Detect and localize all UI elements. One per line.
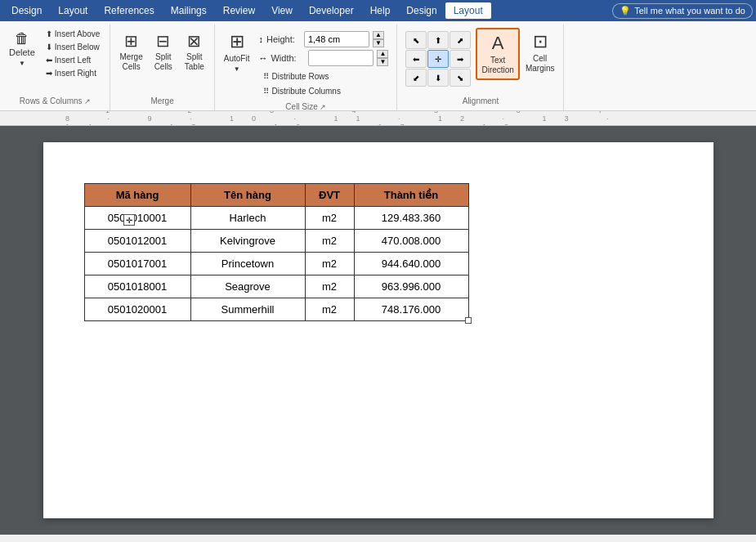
autofit-arrow: ▼ bbox=[234, 65, 240, 74]
align-top-right[interactable]: ⬈ bbox=[450, 31, 471, 49]
insert-right-button[interactable]: ➡ Insert Right bbox=[41, 67, 105, 79]
cell-size-expand[interactable]: ↗ bbox=[320, 103, 326, 111]
text-direction-button[interactable]: A TextDirection bbox=[476, 28, 519, 80]
menu-view[interactable]: View bbox=[263, 2, 301, 19]
table-cell[interactable]: 0501018001 bbox=[84, 275, 190, 298]
height-input[interactable] bbox=[304, 31, 369, 47]
align-bot-right[interactable]: ⬊ bbox=[450, 69, 471, 87]
align-bot-left[interactable]: ⬋ bbox=[405, 69, 427, 87]
autofit-button[interactable]: ⊞ AutoFit ▼ bbox=[220, 28, 254, 77]
table-cell[interactable]: Kelvingrove bbox=[190, 230, 305, 253]
width-row: ↔ Width: ▲ ▼ bbox=[258, 50, 388, 66]
table-cell[interactable]: m2 bbox=[305, 275, 354, 298]
ribbon-group-alignment: ⬉ ⬆ ⬈ ⬅ ✛ ➡ ⬋ ⬇ ⬊ A TextDirection ⊡ Cell… bbox=[397, 25, 564, 110]
menu-help[interactable]: Help bbox=[362, 2, 399, 19]
page: ✛ Mã hàng Tên hàng ĐVT Thành tiền 050101… bbox=[43, 142, 714, 518]
align-mid-right[interactable]: ➡ bbox=[450, 50, 471, 68]
table-container: ✛ Mã hàng Tên hàng ĐVT Thành tiền 050101… bbox=[84, 175, 469, 321]
menu-mailings[interactable]: Mailings bbox=[163, 2, 215, 19]
split-table-button[interactable]: ⊠ SplitTable bbox=[180, 28, 209, 75]
cell-margins-button[interactable]: ⊡ CellMargins bbox=[521, 28, 559, 77]
menu-design2[interactable]: Design bbox=[398, 2, 445, 19]
table-cell[interactable]: 129.483.360 bbox=[354, 207, 468, 230]
menu-layout-table[interactable]: Layout bbox=[50, 2, 96, 19]
rows-columns-expand[interactable]: ↗ bbox=[84, 97, 91, 105]
distribute-cols-icon: ⠿ bbox=[263, 87, 269, 96]
table-cell[interactable]: 944.640.000 bbox=[354, 253, 468, 275]
merge-label: Merge bbox=[115, 95, 208, 107]
insert-below-label: Insert Below bbox=[55, 43, 100, 52]
insert-right-label: Insert Right bbox=[55, 69, 96, 78]
table-cell[interactable]: 0501020001 bbox=[84, 298, 190, 321]
table-move-handle[interactable]: ✛ bbox=[123, 214, 135, 226]
merge-cells-icon: ⊞ bbox=[124, 31, 138, 51]
merge-cells-button[interactable]: ⊞ MergeCells bbox=[115, 28, 146, 75]
cell-margins-icon: ⊡ bbox=[533, 31, 548, 52]
table-cell[interactable]: Summerhill bbox=[190, 298, 305, 321]
width-label: Width: bbox=[271, 53, 305, 63]
insert-below-icon: ⬇ bbox=[46, 43, 52, 52]
width-spinner: ▲ ▼ bbox=[377, 50, 388, 66]
data-table: Mã hàng Tên hàng ĐVT Thành tiền 05010100… bbox=[84, 183, 469, 321]
tell-me-search[interactable]: 💡 Tell me what you want to do bbox=[612, 3, 753, 19]
align-top-center[interactable]: ⬆ bbox=[427, 31, 449, 49]
insert-left-icon: ⬅ bbox=[46, 56, 52, 65]
split-cells-button[interactable]: ⊟ SplitCells bbox=[149, 28, 178, 75]
document-area: ✛ Mã hàng Tên hàng ĐVT Thành tiền 050101… bbox=[0, 126, 756, 535]
table-cell[interactable]: Princetown bbox=[190, 253, 305, 275]
autofit-icon: ⊞ bbox=[230, 31, 244, 52]
align-top-left[interactable]: ⬉ bbox=[405, 31, 427, 49]
insert-left-label: Insert Left bbox=[55, 56, 91, 65]
ribbon: 🗑 Delete ▼ ⬆ Insert Above ⬇ Insert Below… bbox=[0, 21, 756, 111]
height-icon: ↕ bbox=[258, 34, 263, 44]
cell-size-label: Cell Size ↗ bbox=[220, 101, 392, 113]
ruler-marks: · 1 · 2 · 3 · 4 · 5 · 6 · 7 · 8 · 9 · 10… bbox=[65, 111, 691, 126]
table-resize-handle[interactable] bbox=[465, 317, 472, 324]
align-mid-left[interactable]: ⬅ bbox=[405, 50, 427, 68]
table-cell[interactable]: m2 bbox=[305, 207, 354, 230]
table-cell[interactable]: 0501017001 bbox=[84, 253, 190, 275]
table-cell[interactable]: 963.996.000 bbox=[354, 275, 468, 298]
header-ma-hang: Mã hàng bbox=[84, 184, 190, 207]
distribute-cols-button[interactable]: ⠿ Distribute Columns bbox=[258, 85, 388, 97]
header-thanh-tien: Thành tiền bbox=[354, 184, 468, 207]
table-cell[interactable]: m2 bbox=[305, 298, 354, 321]
distribute-cols-label: Distribute Columns bbox=[271, 87, 340, 96]
rows-columns-label: Rows & Columns ↗ bbox=[5, 95, 105, 107]
insert-btns-col: ⬆ Insert Above ⬇ Insert Below ⬅ Insert L… bbox=[41, 28, 105, 79]
table-cell[interactable]: Harlech bbox=[190, 207, 305, 230]
header-dvt: ĐVT bbox=[305, 184, 354, 207]
menu-layout[interactable]: Layout bbox=[445, 2, 491, 19]
insert-left-button[interactable]: ⬅ Insert Left bbox=[41, 54, 105, 66]
width-up[interactable]: ▲ bbox=[377, 50, 388, 58]
tell-me-text: Tell me what you want to do bbox=[634, 6, 745, 16]
table-cell[interactable]: Seagrove bbox=[190, 275, 305, 298]
insert-right-icon: ➡ bbox=[46, 69, 52, 78]
table-cell[interactable]: m2 bbox=[305, 230, 354, 253]
table-cell[interactable]: 748.176.000 bbox=[354, 298, 468, 321]
height-down[interactable]: ▼ bbox=[373, 39, 384, 47]
align-mid-center[interactable]: ✛ bbox=[427, 50, 449, 68]
alignment-label: Alignment bbox=[402, 95, 558, 107]
align-bot-center[interactable]: ⬇ bbox=[427, 69, 449, 87]
table-cell[interactable]: m2 bbox=[305, 253, 354, 275]
table-cell[interactable]: 0501010001 bbox=[84, 207, 190, 230]
height-up[interactable]: ▲ bbox=[373, 31, 384, 39]
table-cell[interactable]: 0501012001 bbox=[84, 230, 190, 253]
table-row: 0501018001Seagrovem2963.996.000 bbox=[84, 275, 468, 298]
menu-developer[interactable]: Developer bbox=[301, 2, 362, 19]
table-cell[interactable]: 470.008.000 bbox=[354, 230, 468, 253]
header-ten-hang: Tên hàng bbox=[190, 184, 305, 207]
rows-columns-content: 🗑 Delete ▼ ⬆ Insert Above ⬇ Insert Below… bbox=[5, 28, 105, 95]
insert-below-button[interactable]: ⬇ Insert Below bbox=[41, 41, 105, 53]
menu-design[interactable]: Design bbox=[3, 2, 50, 19]
menu-references[interactable]: References bbox=[96, 2, 162, 19]
delete-icon: 🗑 bbox=[15, 31, 29, 46]
height-label: Height: bbox=[266, 34, 301, 44]
width-input[interactable] bbox=[308, 50, 374, 66]
distribute-rows-button[interactable]: ⠿ Distribute Rows bbox=[258, 70, 388, 83]
width-down[interactable]: ▼ bbox=[377, 58, 388, 66]
menu-review[interactable]: Review bbox=[215, 2, 263, 19]
delete-button[interactable]: 🗑 Delete ▼ bbox=[5, 28, 39, 71]
insert-above-button[interactable]: ⬆ Insert Above bbox=[41, 28, 105, 40]
